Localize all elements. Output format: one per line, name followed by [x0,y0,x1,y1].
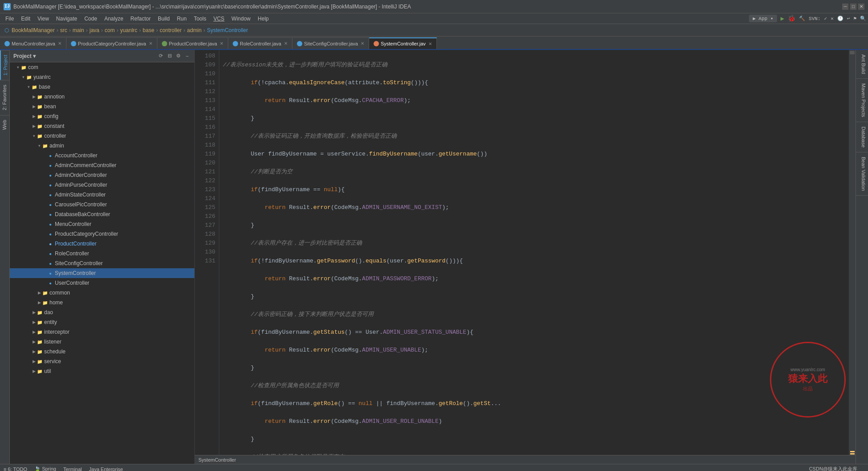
bc-admin[interactable]: admin [187,27,202,33]
vtab-favorites[interactable]: 2: Favorites [0,80,9,115]
tree-adminorder[interactable]: ▶ ● AdminOrderController [10,170,194,180]
tree-menu[interactable]: ▶ ● MenuController [10,219,194,229]
tab-close-system[interactable]: ✕ [428,41,432,46]
search-btn[interactable]: 🔍 [860,16,866,21]
tree-controller[interactable]: ▾ 📁 controller [10,131,194,141]
sidebar-tool-sync[interactable]: ⟳ [157,53,164,60]
tab-close-menu[interactable]: ✕ [58,41,62,46]
tree-util[interactable]: ▶ 📁 util [10,366,194,376]
bc-controller[interactable]: controller [160,27,181,33]
menu-view[interactable]: View [34,13,53,24]
window-controls[interactable]: ─ □ ✕ [842,4,864,10]
bc-bookmanager[interactable]: BookMallManager [12,27,55,33]
tab-close-productcategory[interactable]: ✕ [149,41,152,46]
tree-product[interactable]: ▶ ● ProductController [10,239,194,249]
menu-help[interactable]: Help [254,13,272,24]
vtab-project[interactable]: 1: Project [0,50,9,80]
tree-adminpurse[interactable]: ▶ ● AdminPurseController [10,180,194,190]
tree-common[interactable]: ▶ 📁 common [10,288,194,298]
rtab-maven[interactable]: Maven Projects [856,79,868,122]
menu-refactor[interactable]: Refactor [127,13,154,24]
tree-adminstate[interactable]: ▶ ● AdminStateController [10,190,194,200]
tab-close-role[interactable]: ✕ [284,41,288,46]
svn-x[interactable]: ✕ [831,16,834,21]
menu-navigate[interactable]: Navigate [53,13,81,24]
tree-dao[interactable]: ▶ 📁 dao [10,307,194,317]
tree-system[interactable]: ▶ ● SystemController [10,268,194,278]
menu-run[interactable]: Run [173,13,190,24]
close-button[interactable]: ✕ [858,4,864,10]
tree-com[interactable]: ▾ 📁 com [10,62,194,72]
tree-siteconfig[interactable]: ▶ ● SiteConfigController [10,258,194,268]
rtab-antbuild[interactable]: Ant Build [856,50,868,79]
tree-listener[interactable]: ▶ 📁 listener [10,337,194,347]
bc-com[interactable]: com [105,27,115,33]
tree-admin[interactable]: ▾ 📁 admin [10,141,194,151]
bc-yuanlrc[interactable]: yuanlrc [120,27,137,33]
status-todo[interactable]: ≡ 6: TODO [4,467,27,471]
svn-back[interactable]: ↩ [847,16,850,21]
tree-yuanlrc[interactable]: ▾ 📁 yuanlrc [10,72,194,82]
run-config[interactable]: ▶ App ▾ [749,15,777,22]
svn-flag[interactable]: ⚑ [853,16,856,21]
tab-productcontroller[interactable]: ProductController.java ✕ [157,37,228,49]
status-terminal[interactable]: Terminal [63,467,82,471]
tree-config[interactable]: ▶ 📁 config [10,111,194,121]
bc-base[interactable]: base [143,27,154,33]
menu-file[interactable]: File [2,13,17,24]
tab-close-siteconfig[interactable]: ✕ [361,41,364,46]
tree-user[interactable]: ▶ ● UserController [10,278,194,288]
code-editor[interactable]: 108 109 110 111 112 113 114 115 116 117 … [195,50,856,464]
tree-databasebak[interactable]: ▶ ● DatabaseBakController [10,209,194,219]
tab-rolecontroller[interactable]: RoleController.java ✕ [228,37,292,49]
menu-code[interactable]: Code [81,13,101,24]
sidebar-tool-filter[interactable]: ⊟ [166,53,173,60]
tree-carouselpic[interactable]: ▶ ● CarouselPicController [10,200,194,209]
bc-java[interactable]: java [90,27,99,33]
tab-systemcontroller[interactable]: SystemController.jav ✕ [369,37,437,49]
scroll-indicator[interactable] [850,51,855,54]
tree-entity[interactable]: ▶ 📁 entity [10,317,194,327]
tree-home[interactable]: ▶ 📁 home [10,298,194,307]
menu-build[interactable]: Build [154,13,173,24]
run-button[interactable]: ▶ [781,15,784,22]
tab-menucontroller[interactable]: MenuController.java ✕ [0,37,66,49]
tree-schedule[interactable]: ▶ 📁 schedule [10,347,194,356]
sidebar-tool-minimize[interactable]: − [184,53,191,60]
svn-clock[interactable]: 🕐 [837,16,843,21]
bc-main[interactable]: main [73,27,84,33]
bc-src[interactable]: src [60,27,67,33]
build-button[interactable]: 🔨 [799,16,805,21]
menu-edit[interactable]: Edit [17,13,34,24]
tree-base[interactable]: ▾ 📁 base [10,82,194,92]
menu-window[interactable]: Window [228,13,254,24]
arrow-schedule: ▶ [31,349,37,354]
tree-accountcontroller[interactable]: ▶ ● AccountController [10,151,194,160]
menu-analyze[interactable]: Analyze [101,13,127,24]
bc-systemcontroller[interactable]: SystemController [207,27,248,33]
tree-constant[interactable]: ▶ 📁 constant [10,121,194,131]
maximize-button[interactable]: □ [850,4,856,10]
tree-service[interactable]: ▶ 📁 service [10,356,194,366]
tree-productcategory[interactable]: ▶ ● ProductCategoryController [10,229,194,239]
code-lines[interactable]: //表示session未失效，进一步判断用户填写的验证码是否正确 if(!cpa… [219,50,849,455]
tab-siteconfigcontroller[interactable]: SiteConfigController.java ✕ [292,37,369,49]
tab-productcategorycontroller[interactable]: ProductCategoryController.java ✕ [66,37,157,49]
rtab-beanvalidation[interactable]: Bean Validation [856,152,868,196]
sidebar-tool-gear[interactable]: ⚙ [175,53,182,60]
status-spring[interactable]: 🍃 Spring [34,466,56,471]
status-java-enterprise[interactable]: Java Enterprise [89,467,123,471]
vtab-web[interactable]: Web [0,115,9,134]
tree-annotion[interactable]: ▶ 📁 annotion [10,92,194,102]
rtab-database[interactable]: Database [856,122,868,152]
tree-interceptor[interactable]: ▶ 📁 interceptor [10,327,194,337]
tree-role[interactable]: ▶ ● RoleController [10,249,194,258]
svn-check[interactable]: ✓ [824,16,827,21]
tree-bean[interactable]: ▶ 📁 bean [10,102,194,111]
tab-close-product[interactable]: ✕ [220,41,223,46]
menu-tools[interactable]: Tools [190,13,210,24]
debug-button[interactable]: 🐞 [788,15,795,22]
tree-admincomment[interactable]: ▶ ● AdminCommentController [10,160,194,170]
minimize-button[interactable]: ─ [842,4,848,10]
menu-vcs[interactable]: VCS [210,13,228,24]
